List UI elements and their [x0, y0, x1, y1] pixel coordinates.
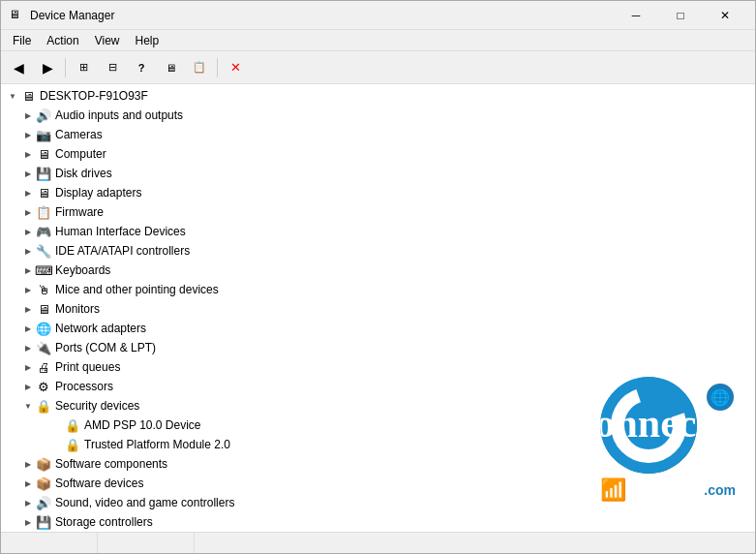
storage-icon: 💾	[36, 514, 51, 530]
list-item[interactable]: 🔧 IDE ATA/ATAPI controllers	[1, 241, 755, 261]
item-label: Print queues	[55, 360, 120, 374]
list-item[interactable]: 🖥 Computer	[1, 144, 755, 164]
list-item[interactable]: ⌨ Keyboards	[1, 261, 755, 280]
keyboard-icon: ⌨	[36, 262, 51, 278]
app-icon: 🖥	[9, 8, 24, 23]
menubar: File Action View Help	[1, 30, 755, 51]
toggle[interactable]	[20, 379, 36, 394]
list-item[interactable]: 🎮 Human Interface Devices	[1, 222, 755, 241]
list-item[interactable]: 🔒 Security devices	[1, 396, 755, 416]
list-item[interactable]: 🔌 Ports (COM & LPT)	[1, 338, 755, 357]
network-icon: 🌐	[36, 321, 51, 336]
item-label: Computer	[55, 147, 106, 161]
list-item[interactable]: 🔊 Sound, video and game controllers	[1, 493, 755, 512]
root-label: DESKTOP-F91O93F	[40, 89, 148, 103]
list-item[interactable]: 📦 Software devices	[1, 474, 755, 493]
list-item[interactable]: 🖱 Mice and other pointing devices	[1, 280, 755, 299]
toggle[interactable]	[20, 224, 36, 239]
list-item[interactable]: ⚙ Processors	[1, 377, 755, 396]
menu-file[interactable]: File	[5, 30, 39, 51]
menu-action[interactable]: Action	[39, 30, 86, 51]
maximize-button[interactable]: □	[658, 1, 703, 30]
toggle[interactable]	[20, 185, 36, 200]
toggle[interactable]	[20, 476, 36, 491]
toggle[interactable]	[20, 495, 36, 510]
toggle[interactable]	[20, 321, 36, 336]
list-item[interactable]: 💾 Disk drives	[1, 164, 755, 183]
toggle[interactable]	[20, 108, 36, 123]
device-prop-button[interactable]: 📋	[186, 54, 213, 81]
sw-components-icon: 📦	[36, 456, 51, 472]
minimize-button[interactable]: ─	[614, 1, 658, 30]
statusbar	[1, 532, 755, 553]
list-item[interactable]: 🔒 Trusted Platform Module 2.0	[1, 435, 755, 454]
toggle[interactable]	[20, 166, 36, 181]
item-label: Audio inputs and outputs	[55, 108, 183, 122]
item-label: Human Interface Devices	[55, 225, 186, 238]
item-label: Mice and other pointing devices	[55, 283, 219, 296]
audio-icon: 🔊	[36, 108, 51, 123]
back-button[interactable]: ◀	[5, 54, 32, 81]
menu-view[interactable]: View	[87, 30, 128, 51]
toggle[interactable]	[20, 282, 36, 297]
item-label: Cameras	[55, 128, 103, 141]
toggle[interactable]	[20, 456, 36, 472]
device-tree[interactable]: 🖥 DESKTOP-F91O93F 🔊 Audio inputs and out…	[1, 84, 755, 532]
toggle[interactable]	[20, 514, 36, 530]
toggle[interactable]	[20, 340, 36, 355]
tree-root[interactable]: 🖥 DESKTOP-F91O93F	[1, 86, 755, 106]
toggle[interactable]	[20, 398, 36, 414]
toggle	[49, 417, 65, 433]
item-label: Keyboards	[55, 263, 110, 277]
menu-help[interactable]: Help	[128, 30, 167, 51]
list-item[interactable]: 🖥 Display adapters	[1, 183, 755, 202]
item-label: IDE ATA/ATAPI controllers	[55, 244, 190, 258]
root-icon: 🖥	[20, 88, 36, 104]
list-item[interactable]: 📋 Firmware	[1, 202, 755, 222]
computer-icon: 🖥	[36, 146, 51, 162]
item-label: AMD PSP 10.0 Device	[84, 418, 201, 432]
list-item[interactable]: 🌐 Network adapters	[1, 319, 755, 338]
window-title: Device Manager	[30, 9, 614, 22]
item-label: Security devices	[55, 399, 139, 413]
toggle[interactable]	[20, 243, 36, 259]
list-item[interactable]: 🖥 Monitors	[1, 299, 755, 319]
processor-icon: ⚙	[36, 379, 51, 394]
status-section-3	[195, 533, 755, 553]
ports-icon: 🔌	[36, 340, 51, 355]
help-button[interactable]: ?	[128, 54, 155, 81]
toolbar-sep-1	[65, 58, 66, 77]
list-item[interactable]: 📦 Software components	[1, 454, 755, 474]
firmware-icon: 📋	[36, 204, 51, 220]
properties-button[interactable]: ⊞	[70, 54, 97, 81]
item-label: Storage controllers	[55, 515, 153, 529]
print-icon: 🖨	[36, 359, 51, 375]
security-icon: 🔒	[36, 398, 51, 414]
hid-icon: 🎮	[36, 224, 51, 239]
item-label: Network adapters	[55, 322, 146, 335]
list-item[interactable]: 📷 Cameras	[1, 125, 755, 144]
remove-device-button[interactable]: ✕	[222, 54, 249, 81]
toggle[interactable]	[20, 146, 36, 162]
sw-devices-icon: 📦	[36, 476, 51, 491]
toggle[interactable]	[20, 359, 36, 375]
item-label: Trusted Platform Module 2.0	[84, 438, 230, 451]
list-item[interactable]: 🔊 Audio inputs and outputs	[1, 106, 755, 125]
window-controls: ─ □ ✕	[614, 1, 747, 30]
forward-button[interactable]: ▶	[34, 54, 61, 81]
toggle[interactable]	[20, 301, 36, 317]
item-label: Software devices	[55, 477, 143, 490]
item-label: Monitors	[55, 302, 100, 316]
list-item[interactable]: 💾 Storage controllers	[1, 512, 755, 532]
toggle[interactable]	[20, 127, 36, 142]
toggle[interactable]	[20, 204, 36, 220]
close-button[interactable]: ✕	[703, 1, 747, 30]
update-button[interactable]: ⊟	[99, 54, 126, 81]
titlebar: 🖥 Device Manager ─ □ ✕	[1, 1, 755, 30]
scan-button[interactable]: 🖥	[157, 54, 184, 81]
list-item[interactable]: 🖨 Print queues	[1, 357, 755, 377]
item-label: Disk drives	[55, 167, 112, 180]
root-toggle[interactable]	[5, 88, 20, 104]
content-area: 🖥 DESKTOP-F91O93F 🔊 Audio inputs and out…	[1, 84, 755, 532]
list-item[interactable]: 🔒 AMD PSP 10.0 Device	[1, 416, 755, 435]
